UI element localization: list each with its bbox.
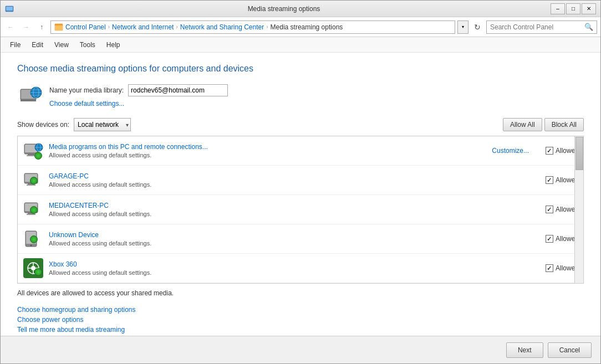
- scrollbar-track: [574, 136, 583, 283]
- cancel-button[interactable]: Cancel: [548, 342, 592, 358]
- svg-rect-24: [27, 184, 35, 186]
- svg-point-31: [30, 245, 32, 247]
- device-checkbox-1[interactable]: [546, 176, 553, 184]
- block-all-button[interactable]: Block All: [544, 118, 584, 131]
- breadcrumb-network-sharing[interactable]: Network and Sharing Center: [180, 23, 264, 31]
- window-icon: [5, 4, 14, 13]
- svg-rect-4: [55, 25, 63, 30]
- links-section: Choose homegroup and sharing options Cho…: [17, 306, 584, 336]
- device-status-1: Allowed access using default settings.: [49, 181, 534, 188]
- next-button[interactable]: Next: [506, 342, 543, 358]
- device-icon-1: [22, 169, 44, 191]
- media-library-icon: [17, 83, 44, 109]
- device-status-4: Allowed access using default settings.: [49, 269, 534, 276]
- device-list: Media programs on this PC and remote con…: [17, 136, 584, 284]
- device-allowed-4: Allowed: [534, 264, 579, 272]
- back-button[interactable]: ←: [4, 20, 17, 34]
- address-bar: ← → ↑ Control Panel › Network and Intern…: [1, 17, 600, 37]
- default-settings-link[interactable]: Choose default settings...: [49, 100, 228, 107]
- bulk-buttons: Allow All Block All: [503, 118, 584, 131]
- menu-file[interactable]: File: [5, 39, 26, 51]
- page-title: Choose media streaming options for compu…: [17, 64, 584, 74]
- device-status-0: Allowed access using default settings.: [49, 152, 492, 158]
- device-allowed-2: Allowed: [534, 206, 579, 213]
- device-status-2: Allowed access using default settings.: [49, 211, 534, 217]
- library-label: Name your media library:: [49, 86, 124, 94]
- search-icon[interactable]: 🔍: [584, 23, 593, 31]
- device-info-0: Media programs on this PC and remote con…: [49, 143, 492, 158]
- location-icon: [54, 23, 63, 32]
- window-title: Media streaming options: [17, 5, 551, 13]
- device-icon-3: [22, 228, 44, 250]
- library-label-row: Name your media library:: [49, 84, 228, 96]
- svg-rect-5: [56, 24, 59, 25]
- device-item-3: Unknown Device Allowed access using defa…: [18, 224, 583, 254]
- breadcrumb-control-panel[interactable]: Control Panel: [65, 23, 106, 31]
- device-checkbox-3[interactable]: [546, 235, 553, 243]
- device-icon-2: [22, 198, 44, 221]
- device-item-0: Media programs on this PC and remote con…: [18, 136, 583, 166]
- svg-rect-8: [21, 99, 36, 101]
- close-button[interactable]: ✕: [582, 3, 596, 14]
- device-name-0[interactable]: Media programs on this PC and remote con…: [49, 143, 208, 151]
- address-path: Control Panel › Network and Internet › N…: [50, 20, 455, 34]
- menu-bar: File Edit View Tools Help: [1, 37, 600, 53]
- device-name-4[interactable]: Xbox 360: [49, 260, 77, 268]
- link-power[interactable]: Choose power options: [17, 316, 584, 324]
- window-controls: – □ ✕: [551, 3, 596, 14]
- menu-tools[interactable]: Tools: [75, 39, 100, 51]
- device-info-3: Unknown Device Allowed access using defa…: [49, 231, 534, 247]
- device-name-2[interactable]: MEDIACENTER-PC: [49, 202, 109, 209]
- device-info-2: MEDIACENTER-PC Allowed access using defa…: [49, 202, 534, 217]
- device-checkbox-2[interactable]: [546, 206, 553, 213]
- show-devices-label: Show devices on:: [17, 121, 69, 129]
- allow-all-button[interactable]: Allow All: [503, 118, 542, 131]
- device-checkbox-4[interactable]: [546, 264, 553, 272]
- library-name-input[interactable]: [128, 84, 228, 96]
- device-item-4: Xbox 360 Allowed access using default se…: [18, 254, 583, 283]
- menu-edit[interactable]: Edit: [27, 39, 48, 51]
- link-homegroup[interactable]: Choose homegroup and sharing options: [17, 306, 584, 314]
- status-dot-1: [30, 177, 38, 184]
- breadcrumb-current: Media streaming options: [271, 23, 343, 31]
- svg-rect-16: [28, 154, 34, 155]
- device-checkbox-0[interactable]: [546, 147, 553, 155]
- device-allowed-3: Allowed: [534, 235, 579, 243]
- scrollbar-thumb[interactable]: [575, 137, 583, 170]
- device-name-1[interactable]: GARAGE-PC: [49, 172, 89, 180]
- search-bar: 🔍: [486, 20, 597, 34]
- forward-button[interactable]: →: [19, 20, 33, 34]
- bottom-bar: Next Cancel: [1, 336, 600, 363]
- menu-help[interactable]: Help: [101, 39, 125, 51]
- device-info-1: GARAGE-PC Allowed access using default s…: [49, 172, 534, 188]
- device-name-3[interactable]: Unknown Device: [49, 231, 99, 239]
- device-item-2: MEDIACENTER-PC Allowed access using defa…: [18, 195, 583, 224]
- search-input[interactable]: [490, 23, 582, 31]
- device-status-3: Allowed access using default settings.: [49, 240, 534, 247]
- show-devices-dropdown-wrapper: Local network All networks Custom: [74, 118, 131, 131]
- device-icon-4: [22, 257, 44, 279]
- address-dropdown[interactable]: ▾: [457, 20, 468, 34]
- refresh-button[interactable]: ↻: [471, 20, 484, 34]
- status-dot-2: [30, 206, 38, 214]
- maximize-button[interactable]: □: [566, 3, 580, 14]
- status-dot-3: [30, 235, 38, 243]
- minimize-button[interactable]: –: [551, 3, 565, 14]
- device-icon-0: [22, 140, 44, 162]
- svg-rect-2: [7, 11, 12, 12]
- link-media-streaming[interactable]: Tell me more about media streaming: [17, 326, 584, 334]
- device-info-4: Xbox 360 Allowed access using default se…: [49, 260, 534, 276]
- media-library-row: Name your media library: Choose default …: [17, 83, 584, 109]
- customize-link-0[interactable]: Customize...: [492, 147, 529, 155]
- up-button[interactable]: ↑: [35, 20, 48, 34]
- main-window: Media streaming options – □ ✕ ← → ↑ Cont…: [0, 0, 601, 364]
- menu-view[interactable]: View: [49, 39, 74, 51]
- sep-1: ›: [108, 24, 110, 30]
- show-devices-dropdown[interactable]: Local network All networks Custom: [74, 118, 131, 131]
- breadcrumb-network-internet[interactable]: Network and Internet: [112, 23, 174, 31]
- status-dot-4: [34, 268, 42, 276]
- status-dot-0: [34, 152, 42, 160]
- content-area: Choose media streaming options for compu…: [1, 53, 600, 336]
- sep-2: ›: [176, 24, 177, 30]
- library-form: Name your media library: Choose default …: [49, 84, 228, 107]
